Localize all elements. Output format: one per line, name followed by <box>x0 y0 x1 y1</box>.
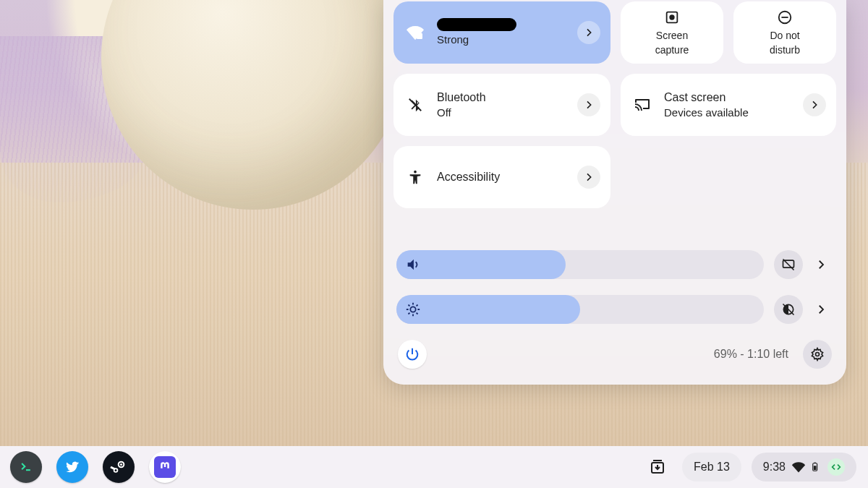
twitter-app-icon[interactable] <box>56 451 88 483</box>
shelf: Feb 13 9:38 <box>0 446 868 488</box>
do-not-disturb-label: disturb <box>770 44 800 56</box>
night-light-button[interactable] <box>774 295 803 324</box>
wifi-details-button[interactable] <box>577 21 600 44</box>
dev-mode-icon <box>827 458 845 476</box>
screen-capture-label: Screen <box>656 30 688 42</box>
tote-tray-button[interactable] <box>643 453 672 481</box>
status-area[interactable]: 9:38 <box>752 453 856 481</box>
steam-app-icon[interactable] <box>103 451 135 483</box>
svg-rect-20 <box>814 463 816 463</box>
volume-slider[interactable] <box>396 250 764 279</box>
audio-output-button[interactable] <box>774 250 803 279</box>
brightness-slider[interactable] <box>396 295 764 324</box>
quick-settings-panel: Strong Screen capture Do not disturb <box>383 0 846 385</box>
brightness-slider-fill <box>396 295 580 324</box>
do-not-disturb-tile[interactable]: Do not disturb <box>733 1 836 64</box>
svg-rect-19 <box>814 466 817 470</box>
accessibility-details-button[interactable] <box>577 166 600 189</box>
cast-screen-tile[interactable]: Cast screen Devices available <box>621 74 836 136</box>
svg-point-7 <box>414 171 417 174</box>
accessibility-icon <box>407 168 424 186</box>
shelf-date: Feb 13 <box>694 461 730 474</box>
svg-point-13 <box>816 353 820 356</box>
mastodon-app-icon[interactable] <box>149 451 181 483</box>
accessibility-label: Accessibility <box>437 169 500 185</box>
do-not-disturb-label: Do not <box>770 30 799 42</box>
cast-sub-label: Devices available <box>664 106 749 120</box>
battery-status-text: 69% - 1:10 left <box>714 348 788 361</box>
svg-point-10 <box>410 307 415 312</box>
volume-slider-row <box>396 250 833 279</box>
display-settings-button[interactable] <box>809 297 833 322</box>
shelf-time: 9:38 <box>763 461 786 474</box>
wifi-tile[interactable]: Strong <box>393 1 610 64</box>
wifi-ssid-redacted <box>437 18 516 31</box>
settings-button[interactable] <box>803 340 832 369</box>
svg-point-3 <box>670 15 674 20</box>
cast-label: Cast screen <box>664 90 749 106</box>
bluetooth-details-button[interactable] <box>577 93 600 116</box>
bluetooth-tile[interactable]: Bluetooth Off <box>393 74 610 136</box>
wifi-signal-label: Strong <box>437 33 516 47</box>
cast-icon <box>634 96 651 114</box>
screen-capture-tile[interactable]: Screen capture <box>621 1 723 64</box>
wifi-status-icon <box>791 460 806 474</box>
screen-capture-label: capture <box>655 44 689 56</box>
cast-details-button[interactable] <box>803 93 826 116</box>
bluetooth-state-label: Off <box>437 106 486 120</box>
volume-slider-fill <box>396 250 566 279</box>
accessibility-tile[interactable]: Accessibility <box>393 146 610 208</box>
brightness-icon <box>405 301 421 317</box>
bluetooth-off-icon <box>407 96 424 114</box>
wifi-icon <box>407 24 424 41</box>
screen-capture-icon <box>663 9 681 26</box>
audio-settings-button[interactable] <box>809 252 833 277</box>
calendar-chip[interactable]: Feb 13 <box>682 453 741 481</box>
battery-status-icon <box>812 460 822 474</box>
svg-line-6 <box>409 99 422 111</box>
svg-point-15 <box>120 463 122 466</box>
do-not-disturb-icon <box>776 9 793 26</box>
brightness-slider-row <box>396 295 833 324</box>
power-button[interactable] <box>398 340 427 369</box>
volume-icon <box>405 257 421 273</box>
bluetooth-label: Bluetooth <box>437 90 486 106</box>
terminal-app-icon[interactable] <box>10 451 42 483</box>
